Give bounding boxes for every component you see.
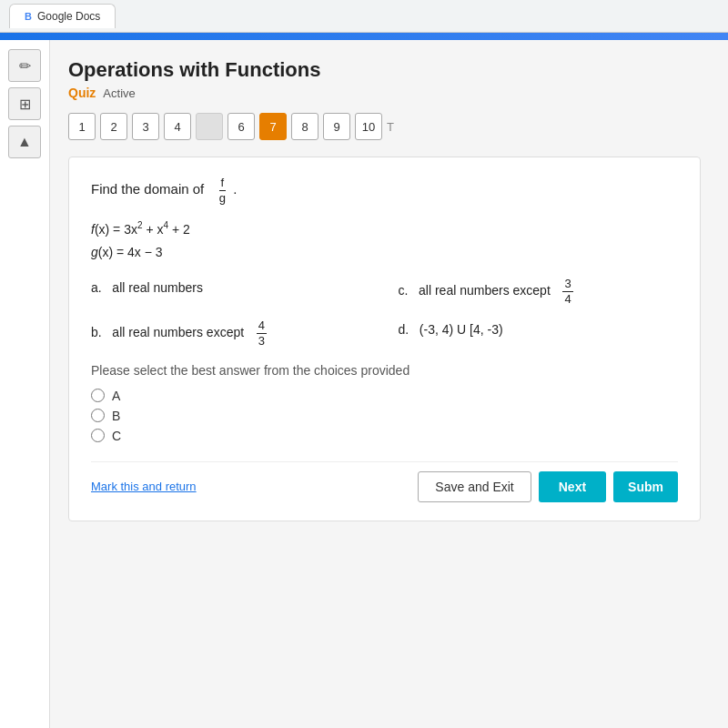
radio-option-b[interactable]: B bbox=[91, 409, 678, 423]
quiz-title: Operations with Functions bbox=[68, 58, 701, 82]
radio-label-b: B bbox=[112, 409, 120, 423]
grid-button[interactable]: ⊞ bbox=[8, 87, 41, 120]
question-card: Find the domain of f g . f(x) = 3x2 + x4… bbox=[68, 157, 701, 521]
fraction-numerator: f bbox=[219, 176, 227, 191]
browser-tab[interactable]: B Google Docs bbox=[9, 4, 116, 28]
radio-label-c: C bbox=[112, 429, 121, 443]
choice-b-fraction: 4 3 bbox=[257, 318, 267, 348]
fraction-denominator: g bbox=[217, 191, 228, 206]
choice-c: c. all real numbers except 3 4 bbox=[399, 277, 679, 306]
next-button[interactable]: Next bbox=[539, 471, 606, 502]
choices-grid: a. all real numbers c. all real numbers … bbox=[91, 277, 678, 348]
browser-bar: B Google Docs bbox=[0, 0, 728, 33]
edit-button[interactable]: ✏ bbox=[8, 49, 41, 82]
q-btn-9[interactable]: 9 bbox=[323, 113, 350, 140]
radio-input-c[interactable] bbox=[91, 429, 105, 442]
q-btn-10[interactable]: 10 bbox=[355, 113, 382, 140]
upload-button[interactable]: ▲ bbox=[8, 126, 41, 158]
radio-label-a: A bbox=[112, 389, 120, 403]
radio-option-a[interactable]: A bbox=[91, 389, 678, 403]
function-f: f(x) = 3x2 + x4 + 2 bbox=[91, 217, 678, 241]
choice-b-text: all real numbers except bbox=[112, 325, 244, 339]
question-prompt: Find the domain of f g . bbox=[91, 176, 678, 205]
quiz-label: Quiz bbox=[68, 86, 96, 100]
q-nav-more-label: T bbox=[387, 120, 394, 134]
choice-a-text: all real numbers bbox=[112, 280, 203, 295]
main-wrapper: ✏ ⊞ ▲ Operations with Functions Quiz Act… bbox=[0, 40, 728, 728]
browser-tab-label: Google Docs bbox=[37, 10, 100, 23]
question-navigation: 1 2 3 4 6 7 8 9 10 T bbox=[68, 113, 701, 140]
q-btn-5[interactable] bbox=[196, 113, 223, 140]
content-area: Operations with Functions Quiz Active 1 … bbox=[50, 40, 728, 728]
radio-group: A B C bbox=[91, 389, 678, 443]
please-select-text: Please select the best answer from the c… bbox=[91, 363, 678, 378]
radio-option-c[interactable]: C bbox=[91, 429, 678, 443]
save-exit-button[interactable]: Save and Exit bbox=[418, 471, 531, 502]
submit-button[interactable]: Subm bbox=[613, 471, 678, 502]
choice-c-text: all real numbers except bbox=[419, 283, 551, 298]
q-btn-3[interactable]: 3 bbox=[132, 113, 159, 140]
google-docs-icon: B bbox=[25, 11, 32, 22]
prompt-text: Find the domain of bbox=[91, 181, 204, 197]
radio-input-b[interactable] bbox=[91, 409, 105, 422]
q-btn-6[interactable]: 6 bbox=[228, 113, 255, 140]
radio-input-a[interactable] bbox=[91, 389, 105, 402]
function-g: g(x) = 4x − 3 bbox=[91, 241, 678, 264]
quiz-status: Active bbox=[103, 86, 135, 100]
domain-fraction: f g bbox=[217, 176, 228, 205]
choice-c-fraction: 3 4 bbox=[562, 277, 572, 306]
bottom-bar: Mark this and return Save and Exit Next … bbox=[91, 461, 678, 502]
action-buttons: Save and Exit Next Subm bbox=[418, 471, 678, 502]
q-btn-8[interactable]: 8 bbox=[291, 113, 318, 140]
function-definitions: f(x) = 3x2 + x4 + 2 g(x) = 4x − 3 bbox=[91, 217, 678, 264]
q-btn-7[interactable]: 7 bbox=[259, 113, 287, 140]
choice-a: a. all real numbers bbox=[91, 277, 371, 306]
quiz-meta: Quiz Active bbox=[68, 86, 701, 100]
sidebar: ✏ ⊞ ▲ bbox=[0, 40, 50, 728]
choice-d-text: (-3, 4) U [4, -3) bbox=[420, 322, 503, 337]
choice-b: b. all real numbers except 4 3 bbox=[91, 318, 371, 348]
q-btn-4[interactable]: 4 bbox=[164, 113, 191, 140]
q-btn-2[interactable]: 2 bbox=[100, 113, 127, 140]
choice-d: d. (-3, 4) U [4, -3) bbox=[399, 318, 679, 348]
app-header-bar bbox=[0, 33, 728, 40]
mark-return-button[interactable]: Mark this and return bbox=[91, 480, 197, 493]
q-btn-1[interactable]: 1 bbox=[68, 113, 96, 140]
